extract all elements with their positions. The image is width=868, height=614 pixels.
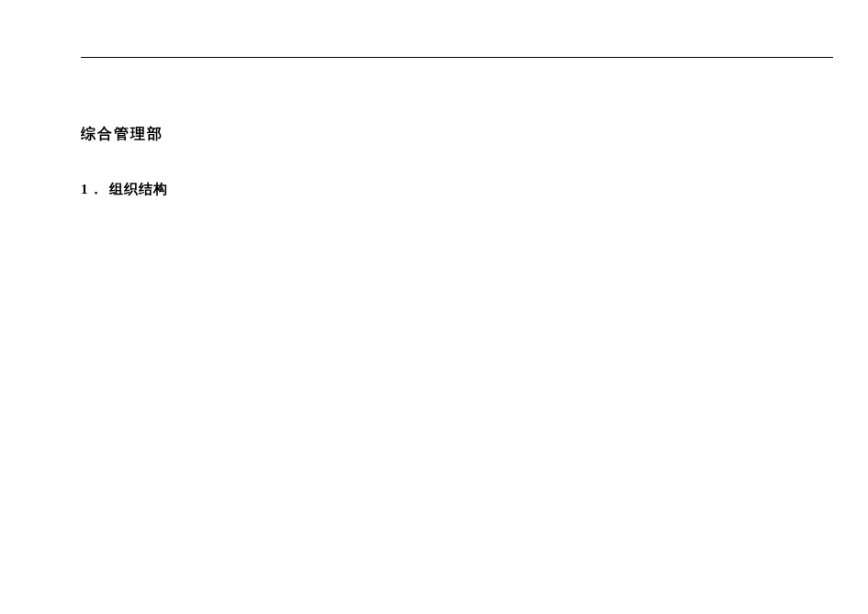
document-title: 综合管理部 (81, 125, 833, 144)
horizontal-divider (81, 57, 833, 58)
section-heading-text: 组织结构 (109, 182, 168, 196)
document-content: 综合管理部 1．组织结构 (81, 125, 833, 198)
section-heading: 1．组织结构 (81, 181, 833, 198)
section-number: 1． (81, 182, 104, 196)
